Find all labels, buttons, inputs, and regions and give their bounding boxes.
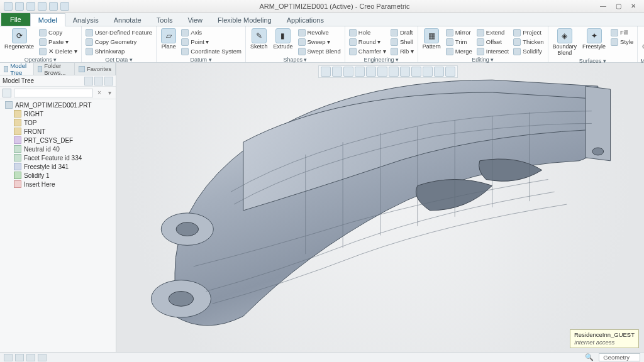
tab-view[interactable]: View xyxy=(180,14,210,26)
tree-node[interactable]: PRT_CSYS_DEF xyxy=(0,136,116,145)
sidebar-tab-folder-browser[interactable]: Folder Brows... xyxy=(34,63,75,75)
status-icon[interactable] xyxy=(4,354,13,361)
find-icon[interactable]: 🔍 xyxy=(585,353,594,361)
regenerate-button[interactable]: ⟳ Regenerate xyxy=(3,28,36,51)
copy-button[interactable]: Copy xyxy=(38,28,79,37)
tab-flexible-modeling[interactable]: Flexible Modeling xyxy=(210,14,279,26)
revolve-button[interactable]: Revolve xyxy=(297,28,342,37)
graphics-tool-button[interactable] xyxy=(434,67,444,77)
selection-filter-dropdown[interactable]: Geometry xyxy=(599,353,640,361)
sidebar-tab-favorites[interactable]: Favorites xyxy=(75,63,116,75)
offset-button[interactable]: Offset xyxy=(475,37,510,47)
extrude-button[interactable]: ▮Extrude xyxy=(271,28,294,51)
tab-file[interactable]: File xyxy=(1,13,30,26)
chamfer-button[interactable]: Chamfer ▾ xyxy=(348,47,387,56)
boundary-blend-button[interactable]: ◈Boundary Blend xyxy=(551,28,579,57)
tab-model[interactable]: Model xyxy=(30,13,65,26)
tree-node[interactable]: TOP xyxy=(0,118,116,127)
project-button[interactable]: Project xyxy=(512,28,545,37)
graphics-tool-button[interactable] xyxy=(389,67,399,77)
delete-button[interactable]: ✕ Delete ▾ xyxy=(38,47,79,56)
copy-geometry-button[interactable]: Copy Geometry xyxy=(84,37,153,47)
round-button[interactable]: Round ▾ xyxy=(348,37,387,47)
sweptblend-button[interactable]: Swept Blend xyxy=(297,47,342,56)
status-icon[interactable] xyxy=(38,354,47,361)
graphics-tool-button[interactable] xyxy=(332,67,342,77)
graphics-tool-button[interactable] xyxy=(366,67,376,77)
graphics-tool-button[interactable] xyxy=(445,67,455,77)
graphics-canvas[interactable] xyxy=(116,63,644,352)
model-tree[interactable]: ARM_OPTIMIZED001.PRTRIGHTTOPFRONTPRT_CSY… xyxy=(0,99,116,352)
axis-button[interactable]: Axis xyxy=(180,28,243,37)
close-button[interactable]: ✕ xyxy=(626,2,640,11)
tree-search-input[interactable] xyxy=(14,89,93,97)
minimize-button[interactable]: ― xyxy=(596,2,610,11)
tab-analysis[interactable]: Analysis xyxy=(65,14,106,26)
merge-button[interactable]: Merge xyxy=(445,47,474,56)
tree-node[interactable]: Insert Here xyxy=(0,180,116,189)
udf-button[interactable]: User-Defined Feature xyxy=(84,28,153,37)
tree-node[interactable]: ARM_OPTIMIZED001.PRT xyxy=(0,101,116,109)
status-icon[interactable] xyxy=(26,354,35,361)
qat-button[interactable] xyxy=(15,2,24,11)
qat-button[interactable] xyxy=(38,2,47,11)
graphics-tool-button[interactable] xyxy=(377,67,387,77)
qat-button[interactable] xyxy=(26,2,35,11)
sweep-button[interactable]: Sweep ▾ xyxy=(297,37,342,47)
solidify-button[interactable]: Solidify xyxy=(512,47,545,56)
sidebar-tab-model-tree[interactable]: Model Tree xyxy=(0,63,34,75)
draft-button[interactable]: Draft xyxy=(389,28,415,37)
graphics-tool-button[interactable] xyxy=(423,67,433,77)
point-button[interactable]: Point ▾ xyxy=(180,37,243,47)
search-dropdown-button[interactable]: ▾ xyxy=(106,89,113,97)
tree-show-button[interactable] xyxy=(94,77,103,85)
tab-applications[interactable]: Applications xyxy=(279,14,331,26)
graphics-tool-button[interactable] xyxy=(321,67,331,77)
rib-button[interactable]: Rib ▾ xyxy=(389,47,415,56)
tree-node[interactable]: Neutral id 40 xyxy=(0,145,116,153)
part-rendering xyxy=(119,65,641,349)
tree-node[interactable]: Freestyle id 341 xyxy=(0,162,116,171)
thicken-button[interactable]: Thicken xyxy=(512,37,545,47)
style-button[interactable]: Style xyxy=(609,37,635,47)
graphics-tool-button[interactable] xyxy=(343,67,353,77)
maximize-button[interactable]: ▢ xyxy=(611,2,625,11)
fill-button[interactable]: Fill xyxy=(609,28,635,37)
pattern-button[interactable]: ▦Pattern xyxy=(421,28,443,51)
shell-button[interactable]: Shell xyxy=(389,37,415,47)
tree-node[interactable]: FRONT xyxy=(0,127,116,136)
tab-tools[interactable]: Tools xyxy=(149,14,180,26)
hole-button[interactable]: Hole xyxy=(348,28,387,37)
clear-search-button[interactable]: × xyxy=(96,89,103,97)
csys-button[interactable]: Coordinate System xyxy=(180,47,243,56)
tree-node[interactable]: Solidify 1 xyxy=(0,171,116,180)
component-interface-button[interactable]: ⬚Component Interface xyxy=(640,28,644,57)
tree-node[interactable]: Facet Feature id 334 xyxy=(0,153,116,162)
freestyle-button[interactable]: ✦Freestyle xyxy=(580,28,608,51)
paste-button[interactable]: Paste ▾ xyxy=(38,37,79,47)
qat-button[interactable] xyxy=(60,2,69,11)
intersect-button[interactable]: Intersect xyxy=(475,47,510,56)
qat-button[interactable] xyxy=(49,2,58,11)
mirror-button[interactable]: Mirror xyxy=(445,28,474,37)
sketch-button[interactable]: ✎Sketch xyxy=(248,28,270,51)
extrude-icon: ▮ xyxy=(275,28,291,43)
tab-annotate[interactable]: Annotate xyxy=(106,14,149,26)
extend-button[interactable]: Extend xyxy=(475,28,510,37)
plane-button[interactable]: ▱Plane xyxy=(159,28,178,51)
filter-icon[interactable] xyxy=(3,89,11,97)
tree-settings-button[interactable] xyxy=(84,77,93,85)
shrinkwrap-button[interactable]: Shrinkwrap xyxy=(84,47,153,56)
status-icon[interactable] xyxy=(15,354,24,361)
sidebar-title: Model Tree xyxy=(3,77,34,84)
trim-button[interactable]: Trim xyxy=(445,37,474,47)
tree-expand-button[interactable] xyxy=(104,77,113,85)
graphics-tool-button[interactable] xyxy=(400,67,410,77)
mirror-icon xyxy=(446,29,453,36)
graphics-tool-button[interactable] xyxy=(411,67,421,77)
intersect-label: Intersect xyxy=(486,48,509,55)
graphics-tool-button[interactable] xyxy=(355,67,365,77)
qat-button[interactable] xyxy=(4,2,13,11)
tree-node[interactable]: RIGHT xyxy=(0,109,116,118)
draft-label: Draft xyxy=(400,29,413,36)
